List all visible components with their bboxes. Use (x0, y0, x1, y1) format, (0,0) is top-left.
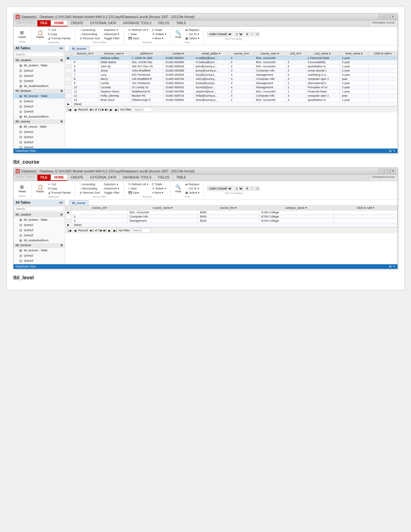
delete-button-2[interactable]: ✕ Delete ▾ (151, 187, 168, 190)
replace-button[interactable]: ⇄ Replace (184, 28, 201, 32)
sidebar-item-query3-s2[interactable]: ⊡ Query3 (14, 227, 65, 233)
sidebar-toggle-icon-2[interactable]: «» (59, 201, 63, 204)
sidebar-item-query1-c[interactable]: ⊡ Query1 (14, 129, 65, 134)
more-button-2[interactable]: ≡ More ▾ (151, 191, 168, 195)
goto-button[interactable]: → Go To ▾ (184, 32, 201, 36)
select-button-2[interactable]: ▦ Select ▾ (184, 191, 201, 195)
col-click-to-add-2[interactable]: Click to Add ▾ (334, 206, 397, 210)
col-contact[interactable]: contact ▾ (163, 51, 194, 56)
sidebar-item-query3-l[interactable]: ⊡ Query3 (14, 104, 65, 109)
descending-button[interactable]: ↓ Descending (78, 32, 101, 36)
sidebar-item-tbl-lecturer-table[interactable]: ⊞ tbl_lecturer : Table (14, 93, 65, 99)
sidebar-item-query2-c[interactable]: ⊡ Query2 (14, 134, 65, 140)
tab-fields-2[interactable]: FIELDS (155, 175, 173, 181)
minimize-button[interactable]: ─ (379, 15, 384, 19)
close-button-2[interactable]: ✕ (390, 169, 396, 173)
bold-button-2[interactable]: B (245, 186, 250, 191)
col-level-name[interactable]: level_name ▾ (340, 51, 368, 56)
save-record-button[interactable]: 💾 Save (127, 36, 150, 40)
copy-button-2[interactable]: ⎘ Copy (47, 187, 72, 190)
sidebar-item-query2-s2[interactable]: ⊡ Query2 (14, 222, 65, 227)
table-row[interactable]: 6 Jessy 145a Bradfield 01483 583588 jess… (65, 69, 397, 73)
tab-home[interactable]: HOME (51, 20, 67, 26)
font-size-select[interactable]: 11 (234, 32, 244, 37)
goto-button-2[interactable]: → Go To ▾ (184, 187, 201, 190)
tab-create[interactable]: CREATE (67, 20, 87, 26)
table-row[interactable]: 9 Lucika 701 Penistone 01483 986522 luci… (65, 81, 397, 85)
new-record-button-2[interactable]: □ New (127, 187, 150, 190)
font-name-select[interactable]: Calibri (Detail) (207, 32, 233, 37)
bold-button[interactable]: B (245, 32, 250, 36)
ascending-button[interactable]: ↑ Ascending (78, 28, 101, 32)
sidebar-item-query6-l2[interactable]: ⊡ Query6 (14, 263, 65, 264)
col-click-to-add[interactable]: Click to Add ▾ (368, 51, 397, 56)
view-button[interactable]: ⊞ Views (17, 29, 28, 40)
col-course-name[interactable]: course_nam ▾ (254, 51, 285, 56)
find-button-2[interactable]: 🔍 Find (174, 183, 183, 194)
descending-button-2[interactable]: ↓ Descending (78, 187, 101, 190)
cut-button-2[interactable]: ✂ Cut (47, 182, 72, 186)
advanced-button[interactable]: Advanced ▾ (103, 32, 121, 36)
minimize-button-2[interactable]: ─ (379, 169, 384, 173)
sidebar-item-query2-l2[interactable]: ⊡ Query2 (14, 253, 65, 258)
paste-button-2[interactable]: 📋 Paste (35, 183, 45, 194)
search-input[interactable] (15, 52, 64, 57)
underline-button[interactable]: U (255, 32, 260, 36)
design-view-icon-2[interactable]: ✎ (393, 265, 396, 268)
col-course-fee-2[interactable]: course_fee ▾ (198, 206, 259, 210)
table-row-new-2[interactable]: ▶ (New) (65, 223, 397, 227)
title-bar-controls[interactable]: ─ □ ✕ (379, 15, 396, 19)
col-lecturer-name[interactable]: lecturer_nam ▾ (98, 51, 130, 56)
table-row[interactable]: 3 Computer Info $400 ICON College (65, 215, 397, 219)
table-row[interactable]: ▶ BSc. Accountin $300 ICON College (65, 210, 397, 215)
table-row[interactable]: 7 Lucy 633 Penistone 01483 483554 lucy@s… (65, 73, 397, 77)
table-row-new[interactable]: ▶ (New) (65, 102, 397, 106)
sidebar-group-tbl-lecturer[interactable]: tbl_lecturer ⊗ (14, 89, 65, 93)
sidebar-item-studentsubform[interactable]: ⊞ tbl_studentsubform (14, 83, 65, 89)
tab-file[interactable]: FILE (37, 20, 51, 26)
refresh-button[interactable]: ↻ Refresh All ▾ (127, 28, 150, 32)
tab-external-data[interactable]: EXTERNAL DATA (87, 20, 120, 26)
tab-table[interactable]: TABLE (173, 20, 190, 26)
next-record-btn[interactable]: ▶ (109, 108, 113, 111)
tab-table-2[interactable]: TABLE (173, 175, 190, 181)
font-name-select-2[interactable]: Calibri (Detail) (207, 186, 233, 191)
sidebar-item-tbl-student-table[interactable]: ⊞ tbl_student : Table (14, 63, 65, 68)
selection-button[interactable]: Selection ▾ (103, 28, 121, 32)
tab-fields[interactable]: FIELDS (155, 20, 173, 26)
table-row[interactable]: 12 Holly Lahming Beulah Rd 01483 608724 … (65, 94, 397, 98)
datasheet-tab-2[interactable]: tbl_course (69, 200, 88, 205)
cut-button[interactable]: ✂ Cut (47, 28, 72, 32)
copy-button[interactable]: ⎘ Copy (47, 32, 72, 36)
sidebar-item-query6-l[interactable]: ⊡ Query6 (14, 109, 65, 114)
table-row[interactable]: 11 Stephon Moon Middlewood R. 01483 9875… (65, 90, 397, 94)
advanced-button-2[interactable]: Advanced ▾ (103, 187, 121, 190)
sidebar-item-lecturersubform[interactable]: ⊞ tbl_lecturersubform (14, 114, 65, 119)
save-record-button-2[interactable]: 💾 Save (127, 191, 150, 195)
tab-file-2[interactable]: FILE (37, 175, 51, 181)
col-course-name-2[interactable]: course_name ▾ (128, 206, 198, 210)
tab-create-2[interactable]: CREATE (67, 175, 87, 181)
col-email[interactable]: email_addre ▾ (194, 51, 229, 56)
table-row[interactable]: ▶ Melissa Addey 7, 2408 AK Alph 01483 68… (65, 56, 397, 60)
tab-database-tools[interactable]: DATABASE TOOLS (120, 20, 155, 26)
first-record-btn[interactable]: |◀ (67, 108, 72, 111)
record-search-input[interactable] (133, 107, 152, 112)
format-painter-button[interactable]: 🖌 Format Painter (47, 36, 72, 40)
sidebar-item-query5-c[interactable]: ⊡ Query5 (14, 145, 65, 149)
tab-home-2[interactable]: HOME (51, 175, 67, 181)
italic-button-2[interactable]: I (250, 186, 255, 191)
next-record-btn-2[interactable]: ▶ (108, 229, 112, 232)
remove-sort-button-2[interactable]: ⊘ Remove Sort (78, 191, 101, 195)
record-search-input-2[interactable] (131, 228, 151, 233)
last-record-btn[interactable]: ▶| (114, 108, 119, 111)
format-painter-button-2[interactable]: 🖌 Format Painter (47, 191, 72, 195)
sidebar-group-tbl-student-2[interactable]: tbl_student⊗ (14, 212, 65, 217)
table-row[interactable]: 4 Management $200 ICON College (65, 219, 397, 223)
sidebar-item-query2-l[interactable]: ⊡ Query2 (14, 99, 65, 104)
col-campus-name-2[interactable]: campus_name ▾ (259, 206, 333, 210)
view-button-2[interactable]: ⊞ Views (17, 183, 28, 194)
selection-button-2[interactable]: Selection ▾ (103, 182, 121, 186)
find-button[interactable]: 🔍 Find (174, 29, 183, 40)
refresh-button-2[interactable]: ↻ Refresh All ▾ (127, 182, 150, 186)
